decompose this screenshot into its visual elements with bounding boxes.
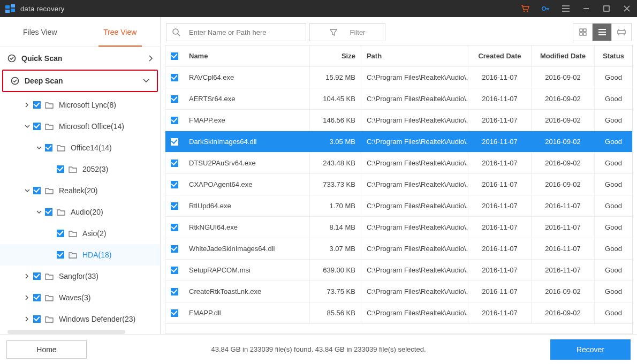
table-row[interactable]: RAVCpl64.exe15.92 MBC:\Program Files\Rea… [165,67,632,88]
table-row[interactable]: RtkNGUI64.exe8.14 MBC:\Program Files\Rea… [165,217,632,238]
view-detail-button[interactable] [612,24,631,41]
cell-modified: 2016-09-02 [532,153,595,173]
maximize-button[interactable] [596,0,617,17]
table-row[interactable]: WhiteJadeSkinImages64.dll3.07 MBC:\Progr… [165,238,632,260]
col-created[interactable]: Created Date [468,46,532,66]
tab-files-view[interactable]: Files View [0,17,80,47]
svg-rect-7 [604,6,609,11]
menu-icon[interactable] [556,0,576,17]
tree-checkbox[interactable] [33,294,41,301]
col-modified[interactable]: Modified Date [532,46,595,66]
table-row[interactable]: DarkSkinImages64.dll3.05 MBC:\Program Fi… [165,131,632,153]
folder-tree[interactable]: Microsoft Lync(8)Microsoft Office(14)Off… [0,94,160,330]
row-checkbox[interactable] [171,288,178,295]
svg-rect-0 [5,5,10,9]
tree-checkbox[interactable] [45,144,52,151]
tree-checkbox[interactable] [33,272,41,280]
cell-modified: 2016-09-02 [532,67,595,88]
cell-status: Good [595,260,632,280]
tree-checkbox[interactable] [33,123,41,130]
cell-size: 639.00 KB [310,260,361,280]
svg-rect-12 [583,29,586,32]
chevron-icon[interactable] [25,274,30,279]
quick-scan-section[interactable]: Quick Scan [0,47,160,70]
cell-path: C:\Program Files\Realtek\Audio\... [361,153,468,173]
chevron-icon[interactable] [48,229,54,238]
chevron-icon[interactable] [25,295,30,300]
tree-node[interactable]: Waves(3) [0,287,160,308]
row-checkbox[interactable] [171,74,178,81]
tree-node[interactable]: Office14(14) [0,137,160,158]
horizontal-scrollbar[interactable] [7,330,125,334]
chevron-icon[interactable] [25,102,30,108]
chevron-icon[interactable] [25,188,30,193]
chevron-icon[interactable] [25,124,30,128]
table-row[interactable]: AERTSr64.exe104.45 KBC:\Program Files\Re… [165,88,632,110]
tree-node[interactable]: Asio(2) [0,223,160,244]
row-checkbox[interactable] [171,245,178,253]
search-field[interactable] [189,28,300,36]
chevron-icon[interactable] [36,146,42,150]
tree-checkbox[interactable] [57,251,64,259]
cell-status: Good [595,238,632,259]
table-body[interactable]: RAVCpl64.exe15.92 MBC:\Program Files\Rea… [165,67,632,333]
tree-checkbox[interactable] [33,101,41,109]
tree-node[interactable]: HDA(18) [0,244,160,266]
tab-tree-view[interactable]: Tree View [80,17,161,47]
table-row[interactable]: RtlUpd64.exe1.70 MBC:\Program Files\Real… [165,195,632,217]
tree-checkbox[interactable] [57,165,64,173]
tree-node[interactable]: Microsoft Office(14) [0,116,160,137]
chevron-icon[interactable] [36,210,42,214]
view-grid-button[interactable] [573,24,593,41]
tree-checkbox[interactable] [57,230,64,237]
chevron-icon[interactable] [25,316,30,322]
row-checkbox[interactable] [171,160,178,167]
key-icon[interactable] [535,0,556,17]
tree-node[interactable]: Audio(20) [0,201,160,223]
close-button[interactable] [617,0,637,17]
row-checkbox[interactable] [171,309,178,317]
recover-button[interactable]: Recover [550,339,631,360]
minimize-button[interactable] [576,0,596,17]
tree-checkbox[interactable] [33,315,41,323]
row-checkbox[interactable] [171,117,178,124]
row-checkbox[interactable] [171,224,178,231]
tree-node[interactable]: Windows Defender(23) [0,308,160,330]
table-row[interactable]: DTSU2PAuSrv64.exe243.48 KBC:\Program Fil… [165,153,632,174]
row-checkbox[interactable] [171,267,178,274]
tree-checkbox[interactable] [45,208,52,216]
table-row[interactable]: SetupRAPCOM.msi639.00 KBC:\Program Files… [165,260,632,281]
table-row[interactable]: FMAPP.exe146.56 KBC:\Program Files\Realt… [165,110,632,131]
col-size[interactable]: Size [310,46,361,66]
folder-icon [69,252,77,259]
chevron-icon[interactable] [48,165,54,173]
cell-size: 73.75 KB [310,281,361,302]
table-row[interactable]: FMAPP.dll85.56 KBC:\Program Files\Realte… [165,302,632,324]
col-path[interactable]: Path [361,46,468,66]
tree-node[interactable]: 2052(3) [0,158,160,180]
row-checkbox[interactable] [171,202,178,210]
tree-node[interactable]: Sangfor(33) [0,266,160,287]
tree-checkbox[interactable] [33,187,41,194]
select-all-checkbox[interactable] [171,52,178,60]
view-list-button[interactable] [593,24,612,41]
table-row[interactable]: CreateRtkToastLnk.exe73.75 KBC:\Program … [165,281,632,302]
tree-node[interactable]: Realtek(20) [0,180,160,201]
tree-node[interactable]: Microsoft Lync(8) [0,94,160,116]
home-button[interactable]: Home [6,340,87,359]
folder-icon [45,294,54,301]
row-checkbox[interactable] [171,181,178,188]
row-checkbox[interactable] [171,95,178,103]
cart-icon[interactable] [515,0,535,17]
row-checkbox[interactable] [171,138,178,146]
cell-status: Good [595,195,632,216]
cell-size: 3.07 MB [310,238,361,259]
chevron-icon[interactable] [48,251,54,259]
table-row[interactable]: CXAPOAgent64.exe733.73 KBC:\Program File… [165,174,632,195]
col-name[interactable]: Name [184,46,310,66]
filter-button[interactable]: Filter [309,23,385,41]
deep-scan-section[interactable]: Deep Scan [3,71,157,91]
search-input[interactable] [166,23,306,41]
cell-created: 2016-11-07 [468,110,532,131]
col-status[interactable]: Status [595,46,632,66]
